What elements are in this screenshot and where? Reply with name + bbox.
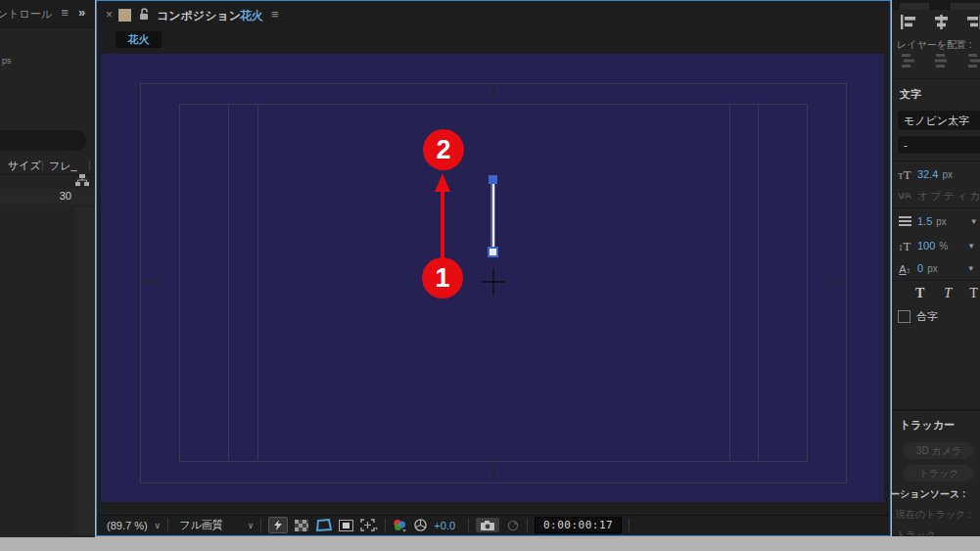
- leading-value[interactable]: 1.5: [917, 215, 932, 227]
- text-cursor-bottom-handle[interactable]: [488, 247, 498, 257]
- baseline-shift-icon: A↕: [892, 259, 917, 277]
- leading-dropdown-icon[interactable]: ▼: [970, 217, 978, 226]
- panel-title-comp-name: 花火: [240, 8, 263, 24]
- magnification-dropdown[interactable]: (89.7 %): [107, 520, 148, 531]
- annotation-step-1: 1: [422, 257, 463, 298]
- font-size-row: TT 32.4 px: [892, 164, 980, 184]
- left-panel-scrollbar[interactable]: [74, 207, 95, 534]
- panel-menu-icon[interactable]: ≣: [61, 7, 69, 18]
- viewer-area[interactable]: 2 1: [97, 52, 890, 516]
- text-cursor[interactable]: [488, 175, 498, 257]
- leading-icon: [892, 212, 917, 230]
- distribute-vcenter-icon[interactable]: [933, 54, 950, 68]
- align-layers-label: レイヤーを配置 :: [897, 38, 972, 52]
- toolbar-divider: [527, 519, 528, 531]
- timecode-field[interactable]: 0:00:00:17: [535, 517, 622, 533]
- search-input[interactable]: [0, 130, 86, 151]
- show-channel-icon[interactable]: [393, 519, 407, 532]
- exposure-icon[interactable]: [414, 519, 427, 531]
- baseline-shift-row: A↕ 0 px ▼: [892, 258, 980, 278]
- viewer-tab-label: 花火: [128, 32, 150, 47]
- resolution-dropdown[interactable]: フル画質: [179, 518, 223, 532]
- composition-canvas[interactable]: 2 1: [101, 54, 884, 502]
- font-style-select[interactable]: -: [898, 136, 980, 154]
- column-size[interactable]: サイズ: [8, 159, 41, 173]
- toolbar-divider: [385, 519, 386, 531]
- ligature-row: 合字: [892, 306, 980, 326]
- right-panel: レイヤーを配置 : 文字 モノビン太字 - TT 32.4 px: [892, 0, 980, 536]
- right-center-tick: [824, 281, 844, 283]
- flowchart-icon[interactable]: [75, 174, 89, 187]
- font-size-icon: TT: [892, 165, 917, 183]
- baseline-shift-dropdown-icon[interactable]: ▼: [967, 264, 975, 273]
- vertical-scale-dropdown-icon[interactable]: ▼: [967, 242, 975, 251]
- text-cursor-top-handle[interactable]: [489, 175, 497, 184]
- top-center-tick: [492, 84, 494, 99]
- ligature-checkbox[interactable]: [898, 310, 910, 323]
- fast-previews-icon[interactable]: [268, 517, 288, 533]
- centercut-action-right-guide: [758, 104, 759, 460]
- font-size-unit: px: [942, 169, 953, 180]
- track-motion-button[interactable]: トラック: [904, 465, 974, 482]
- tab-effect-controls[interactable]: ントロール: [0, 7, 52, 22]
- toolbar-divider: [167, 519, 168, 531]
- viewer-tab-fireworks[interactable]: 花火: [116, 31, 162, 48]
- project-column-headers: サイズ | フレ_ |: [0, 157, 95, 175]
- resolution-chevron-icon[interactable]: ∨: [248, 521, 255, 530]
- show-snapshot-icon[interactable]: [506, 520, 520, 531]
- kerning-value[interactable]: オプティカル: [917, 189, 980, 204]
- vertical-scale-row: ↕T 100 % ▼: [892, 236, 980, 255]
- track-type-label: トラック: [896, 528, 936, 536]
- unlock-icon[interactable]: [138, 8, 150, 22]
- exposure-value[interactable]: +0.0: [434, 520, 455, 531]
- magnification-chevron-icon[interactable]: ∨: [155, 521, 162, 530]
- transparency-grid-icon[interactable]: [295, 520, 308, 531]
- centercut-action-left-guide: [228, 104, 229, 460]
- track-camera-button[interactable]: 3D カメラ: [904, 442, 974, 459]
- panel-title: コンポジション: [157, 8, 241, 24]
- panel-menu-icon[interactable]: ≡: [271, 7, 279, 22]
- column-divider-2: |: [88, 159, 91, 170]
- composition-panel: × コンポジション 花火 ≡ 花火: [96, 0, 891, 536]
- region-of-interest-icon[interactable]: [339, 520, 353, 531]
- close-icon[interactable]: ×: [106, 8, 113, 22]
- framerate-value: 30: [60, 190, 71, 202]
- faux-italic-button[interactable]: T: [944, 286, 952, 301]
- anchor-crosshair-v: [492, 269, 494, 295]
- leading-row: 1.5 px ▼: [892, 211, 980, 231]
- align-right-icon[interactable]: [966, 15, 980, 29]
- baseline-shift-value[interactable]: 0: [917, 262, 923, 274]
- faux-bold-button[interactable]: T: [915, 286, 924, 301]
- panel-drag-icon[interactable]: [118, 9, 131, 22]
- kerning-row: V⁄A オプティカル: [892, 186, 980, 206]
- vertical-scale-unit: %: [939, 241, 948, 252]
- character-panel-header: 文字: [900, 87, 921, 102]
- toolbar-divider: [468, 519, 469, 531]
- project-row[interactable]: 30: [0, 189, 95, 205]
- ligature-label: 合字: [916, 309, 938, 324]
- baseline-shift-unit: px: [927, 263, 938, 274]
- distribute-bottom-icon[interactable]: [966, 54, 980, 68]
- current-track-label: 現在のトラック :: [896, 508, 971, 522]
- leading-unit: px: [936, 216, 947, 227]
- align-left-icon[interactable]: [900, 15, 916, 29]
- vertical-scale-value[interactable]: 100: [917, 240, 935, 252]
- left-panel-tabbar: ントロール ≣ »: [0, 0, 95, 28]
- right-panel-tab-strip: [892, 0, 980, 10]
- more-panels-chevron-icon[interactable]: »: [78, 5, 85, 20]
- snapshot-icon[interactable]: [476, 518, 499, 532]
- font-family-select[interactable]: モノビン太字: [898, 111, 980, 130]
- toolbar-divider: [629, 519, 630, 531]
- distribute-top-icon[interactable]: [900, 54, 916, 68]
- tracker-panel-header: トラッカー: [900, 418, 955, 433]
- faux-style-row: T T T: [892, 284, 980, 303]
- left-center-tick: [141, 281, 161, 283]
- column-framerate[interactable]: フレ_: [49, 159, 77, 173]
- show-masks-icon[interactable]: [315, 519, 332, 531]
- grid-guide-options-icon[interactable]: [360, 519, 378, 531]
- all-caps-button[interactable]: T: [969, 286, 978, 301]
- font-size-value[interactable]: 32.4: [917, 168, 938, 180]
- left-panel: ントロール ≣ » ps サイズ | フレ_ | 30: [0, 0, 95, 538]
- align-center-horizontal-icon[interactable]: [933, 15, 950, 29]
- viewer-toolbar: (89.7 %) ∨ フル画質 ∨: [98, 515, 889, 534]
